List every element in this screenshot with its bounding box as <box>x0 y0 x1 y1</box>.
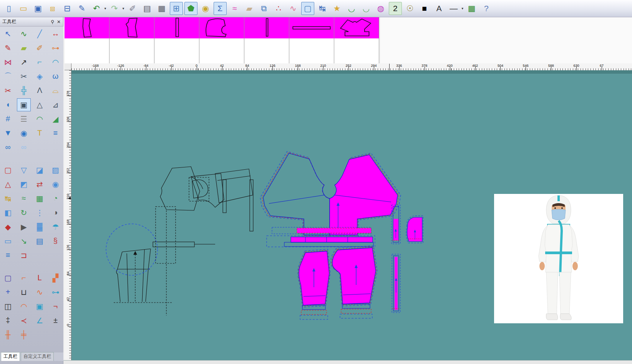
cut-nodes-tool[interactable]: ◩ <box>17 178 31 191</box>
split-left-tool[interactable]: ╫ <box>1 328 15 341</box>
piece-card[interactable] <box>334 17 379 63</box>
draw-line-tool[interactable]: ╱ <box>33 27 46 40</box>
horizontal-ruler[interactable]: -168-126-84-4204284126168210252294336378… <box>71 63 632 71</box>
corner-point-tool[interactable]: ¬ <box>48 300 62 313</box>
notch-rect-tool[interactable]: ⊔ <box>17 286 31 299</box>
outline-dash-tool[interactable]: ▢ <box>1 164 15 177</box>
waist-band[interactable] <box>267 227 375 247</box>
curve-v-button[interactable]: ◡ <box>360 2 373 15</box>
scissors-tool[interactable]: ✂ <box>17 70 31 83</box>
rotate-shape-tool[interactable]: ⊿ <box>48 98 62 111</box>
pattern-window-button[interactable]: ⊞ <box>170 2 183 15</box>
line-style-button[interactable]: — <box>447 2 460 15</box>
arc-plus-tool[interactable]: ◠ <box>17 300 31 313</box>
node-line-tool[interactable]: ⊶ <box>48 286 62 299</box>
rotate-piece-tool[interactable]: ↻ <box>17 206 31 219</box>
brush-button[interactable]: ▰ <box>243 2 256 15</box>
piece-card[interactable] <box>199 17 244 63</box>
gold-curve-tool[interactable]: ⌓ <box>48 84 62 97</box>
adjust-curve-tool[interactable]: ∿ <box>17 27 31 40</box>
corner-curve-tool[interactable]: ⌐ <box>33 56 46 69</box>
wave-piece-tool[interactable]: ≈ <box>17 192 31 205</box>
grade-number-button[interactable]: 2 <box>389 2 402 15</box>
arrow-point-tool[interactable]: ↗ <box>17 56 31 69</box>
tolerance-tool[interactable]: ± <box>48 314 62 327</box>
mirror-shape-tool[interactable]: △ <box>33 98 46 111</box>
corrector-pen-button[interactable]: ✐ <box>126 2 139 15</box>
select-frame-tool[interactable]: ▢ <box>1 271 15 285</box>
split-right-tool[interactable]: ╪ <box>17 328 31 341</box>
color-wheel-button[interactable]: ◍ <box>374 2 387 15</box>
swap-arrow-tool[interactable]: ⇄ <box>33 178 46 191</box>
door-panel-tool[interactable]: ⊐ <box>17 249 31 262</box>
button-tool[interactable]: ◉ <box>48 178 62 191</box>
piece-card[interactable] <box>289 17 334 63</box>
handle-piece-tool[interactable]: ◧ <box>1 206 15 219</box>
pencil-tool[interactable]: ✎ <box>1 41 15 55</box>
eraser-tool[interactable]: ▰ <box>17 41 31 55</box>
piece-card[interactable] <box>244 17 289 63</box>
spread-arrows-tool[interactable]: + <box>1 286 15 299</box>
plotter-button[interactable]: ▤ <box>141 2 154 15</box>
hood-piece[interactable] <box>406 216 423 243</box>
new-document-button[interactable]: ▯ <box>2 2 15 15</box>
scatter-chart-button[interactable]: ∴ <box>272 2 285 15</box>
piece-card[interactable] <box>154 17 199 63</box>
seam-cut-tool[interactable]: ✂ <box>1 84 15 97</box>
t-tool-tool[interactable]: T <box>33 127 46 140</box>
save-button[interactable]: ▣ <box>32 2 45 15</box>
undo-button[interactable]: ↶ <box>90 2 103 15</box>
compass-tool[interactable]: Λ <box>33 84 46 97</box>
line-chart-button[interactable]: ∿ <box>287 2 300 15</box>
film-strip-button[interactable]: ▦ <box>465 2 478 15</box>
redo-button[interactable]: ↷ <box>108 2 121 15</box>
punch-piece-tool[interactable]: ◈ <box>33 70 46 83</box>
text-a-button[interactable]: A <box>433 2 446 15</box>
curve-split-tool[interactable]: ∿ <box>33 286 46 299</box>
bulb-button[interactable]: ☉ <box>403 2 416 15</box>
color-swatch-button[interactable]: ■ <box>418 2 431 15</box>
map-pieces-tool[interactable]: ▦ <box>33 192 46 205</box>
undo-dropdown-caret[interactable]: ▼ <box>104 7 107 10</box>
link-pieces-tool[interactable]: ∞ <box>1 141 15 154</box>
skirt-panels-tool[interactable]: ▼ <box>1 127 15 140</box>
pin-icon[interactable]: ⚲ <box>51 19 54 25</box>
vertical-ruler[interactable]: 37833629425221016812684420 <box>65 70 71 360</box>
open-file-button[interactable]: ▭ <box>17 2 30 15</box>
point-segment-tool[interactable]: ⊶ <box>48 41 62 55</box>
torn-edge-tool[interactable]: ▞ <box>48 271 62 285</box>
lock-piece-button[interactable]: ◉ <box>199 2 212 15</box>
unfold-piece-tool[interactable]: # <box>1 113 15 126</box>
sum-sigma-button[interactable]: Σ <box>214 2 227 15</box>
piece-nodes-button[interactable]: ▢ <box>301 2 314 15</box>
fabric-roll-tool[interactable]: ▨ <box>48 164 62 177</box>
umbrella-tool[interactable]: ☂ <box>48 220 62 233</box>
step-measure-tool[interactable]: ↘ <box>17 235 31 248</box>
spiral-tool[interactable]: ◉ <box>17 127 31 140</box>
size-table-button[interactable]: ▦ <box>155 2 168 15</box>
close-icon[interactable]: ✕ <box>57 19 61 25</box>
axis-cross-tool[interactable]: ╬ <box>17 84 31 97</box>
red-marks-tool[interactable]: ◆ <box>1 220 15 233</box>
dashed-lines-tool[interactable]: ☰ <box>17 113 31 126</box>
protractor-tool[interactable]: ◖ <box>1 98 15 111</box>
layer-stack-tool[interactable]: ≡ <box>1 249 15 262</box>
pant-piece-right[interactable] <box>331 246 377 318</box>
pattern-canvas[interactable] <box>71 70 632 360</box>
spacing-tool[interactable]: ↹ <box>1 192 15 205</box>
move-pieces-tool[interactable]: ▶ <box>17 220 31 233</box>
piece-flow-button[interactable]: ⧉ <box>257 2 270 15</box>
curtain-tool[interactable]: ▓ <box>33 220 46 233</box>
arc-spread-tool[interactable]: ◠ <box>33 113 46 126</box>
s-hooks-tool[interactable]: § <box>48 235 62 248</box>
seam-l-tool[interactable]: L <box>33 271 46 285</box>
seam-pattern-tool[interactable]: ≡ <box>48 127 62 140</box>
body-piece-right-magenta[interactable] <box>330 153 401 237</box>
nested-rects-tool[interactable]: ▣ <box>33 300 46 313</box>
dart-points-tool[interactable]: △ <box>1 178 15 191</box>
offset-shape-tool[interactable]: ◫ <box>1 300 15 313</box>
help-cursor-button[interactable]: ? <box>480 2 493 15</box>
ribbon-bow-tool[interactable]: ⋈ <box>1 56 15 69</box>
brush-curve-tool[interactable]: ✐ <box>33 41 46 55</box>
measure-sum-button[interactable]: ↹ <box>316 2 329 15</box>
